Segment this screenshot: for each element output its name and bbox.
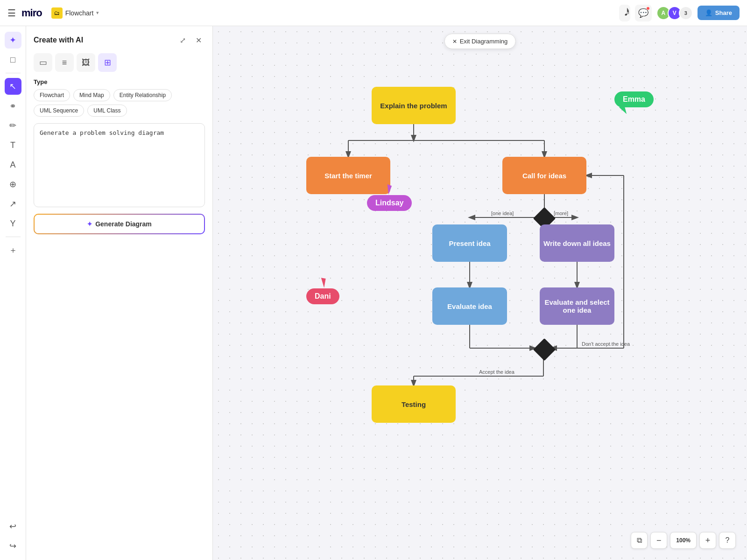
chip-uml-sequence[interactable]: UML Sequence bbox=[34, 105, 84, 117]
music-icon-btn[interactable]: 𝅘𝅥𝅮𝅘𝅥𝅯𝅘𝅥𝅰 bbox=[619, 5, 630, 21]
chart-tool[interactable]: ↗ bbox=[5, 196, 21, 212]
type-label: Type bbox=[34, 78, 205, 85]
left-toolbar: ✦ □ ↖ ⚭ ✏ T A ⊕ ↗ Y ＋ ↩ ↪ bbox=[0, 26, 26, 560]
ai-button[interactable]: ✦ bbox=[5, 32, 21, 49]
chip-entity-relationship[interactable]: Entity Relationship bbox=[113, 89, 172, 101]
close-panel-button[interactable]: ✕ bbox=[192, 34, 205, 47]
board-selector[interactable]: 🗂 Flowchart ▾ bbox=[48, 6, 103, 21]
board-name: Flowchart bbox=[65, 9, 94, 17]
generate-diagram-button[interactable]: ✦ Generate Diagram bbox=[34, 214, 205, 234]
node-call-for-ideas[interactable]: Call for ideas bbox=[502, 157, 586, 194]
zoom-in-button[interactable]: + bbox=[699, 532, 716, 549]
content-type-tabs: ▭ ≡ 🖼 ⊞ bbox=[34, 53, 205, 72]
font-tool[interactable]: A bbox=[5, 156, 21, 173]
select-tool[interactable]: ↖ bbox=[5, 78, 21, 95]
svg-text:[one idea]: [one idea] bbox=[491, 210, 514, 216]
top-actions: 𝅘𝅥𝅮𝅘𝅥𝅯𝅘𝅥𝅰 💬 A V 3 👤 Share bbox=[619, 5, 740, 21]
pen-tool[interactable]: ✏ bbox=[5, 117, 21, 134]
avatar-group: A V 3 bbox=[656, 6, 693, 20]
notification-dot bbox=[646, 7, 650, 10]
exit-label: Exit Diagramming bbox=[460, 38, 508, 45]
diamond-2 bbox=[533, 338, 556, 361]
node-write-ideas[interactable]: Write down all ideas bbox=[540, 224, 614, 262]
panel-header: Create with AI ⤢ ✕ bbox=[34, 34, 205, 47]
chevron-down-icon: ▾ bbox=[96, 10, 99, 16]
node-explain-problem[interactable]: Explain the problem bbox=[372, 87, 456, 124]
text-tool[interactable]: T bbox=[5, 137, 21, 154]
layers-button[interactable]: ⧉ bbox=[631, 532, 648, 549]
shapes-tool[interactable]: ⚭ bbox=[5, 98, 21, 114]
type-chips: Flowchart Mind Map Entity Relationship U… bbox=[34, 89, 205, 117]
board-icon-btn[interactable]: □ bbox=[5, 51, 21, 68]
tab-board[interactable]: ▭ bbox=[34, 53, 52, 72]
chip-uml-class[interactable]: UML Class bbox=[87, 105, 127, 117]
share-icon: 👤 bbox=[705, 9, 712, 16]
hamburger-icon[interactable]: ☰ bbox=[7, 7, 16, 19]
node-present-idea[interactable]: Present idea bbox=[432, 224, 507, 262]
undo-btn[interactable]: ↩ bbox=[5, 518, 21, 535]
app-tool[interactable]: Y bbox=[5, 215, 21, 232]
svg-text:Don't accept the idea: Don't accept the idea bbox=[582, 341, 630, 347]
cursor-dani: Dani bbox=[306, 278, 339, 304]
redo-btn[interactable]: ↪ bbox=[5, 538, 21, 554]
chip-mindmap[interactable]: Mind Map bbox=[73, 89, 110, 101]
tab-diagram[interactable]: ⊞ bbox=[98, 53, 117, 72]
exit-diagramming-button[interactable]: ✕ Exit Diagramming bbox=[444, 34, 516, 49]
zoom-value[interactable]: 100% bbox=[670, 532, 697, 549]
node-evaluate-idea[interactable]: Evaluate idea bbox=[432, 287, 507, 325]
tab-image[interactable]: 🖼 bbox=[77, 53, 95, 72]
frame-tool[interactable]: ⊕ bbox=[5, 176, 21, 193]
prompt-textarea[interactable]: Generate a problem solving diagram bbox=[34, 123, 205, 207]
zoom-out-button[interactable]: − bbox=[650, 532, 667, 549]
svg-text:[more]: [more] bbox=[554, 210, 568, 216]
chip-flowchart[interactable]: Flowchart bbox=[34, 89, 70, 101]
svg-text:Accept the idea: Accept the idea bbox=[479, 369, 515, 375]
chat-icon-btn[interactable]: 💬 bbox=[635, 5, 652, 21]
generate-label: Generate Diagram bbox=[95, 220, 152, 228]
cursor-emma: Emma bbox=[614, 91, 654, 115]
bottom-controls: ⧉ − 100% + ? bbox=[631, 532, 736, 549]
node-testing[interactable]: Testing bbox=[372, 385, 456, 423]
tab-doc[interactable]: ≡ bbox=[55, 53, 74, 72]
add-tool[interactable]: ＋ bbox=[5, 242, 21, 259]
generate-star-icon: ✦ bbox=[87, 220, 92, 228]
canvas-area[interactable]: ✕ Exit Diagramming bbox=[213, 26, 747, 560]
exit-icon: ✕ bbox=[452, 38, 457, 45]
cursor-lindsay: Lindsay bbox=[367, 185, 412, 211]
side-panel: Create with AI ⤢ ✕ ▭ ≡ 🖼 ⊞ Type Flowchar… bbox=[26, 26, 213, 560]
expand-panel-button[interactable]: ⤢ bbox=[176, 34, 189, 47]
avatar-count: 3 bbox=[679, 6, 693, 20]
panel-title: Create with AI bbox=[34, 36, 83, 44]
share-button[interactable]: 👤 Share bbox=[698, 6, 740, 20]
node-evaluate-select[interactable]: Evaluate and select one idea bbox=[540, 287, 614, 325]
miro-logo: miro bbox=[21, 7, 42, 19]
help-button[interactable]: ? bbox=[719, 532, 736, 549]
